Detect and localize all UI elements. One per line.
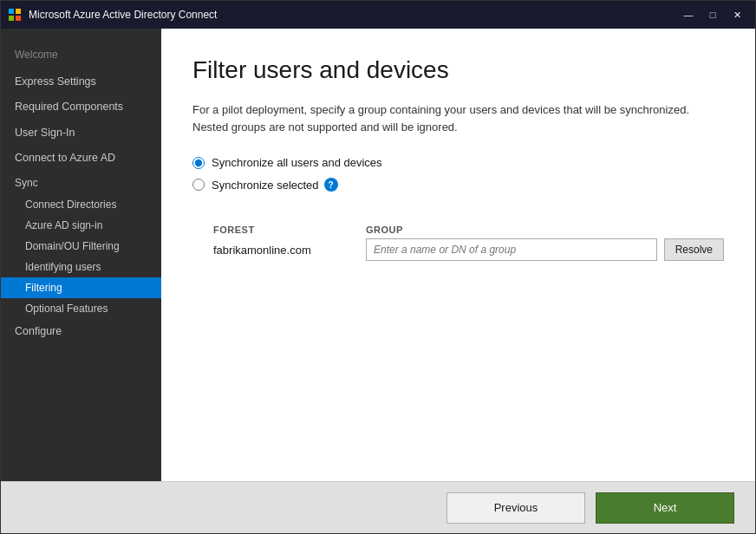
svg-rect-0 — [9, 9, 14, 14]
sidebar-item-configure[interactable]: Configure — [1, 319, 161, 345]
sidebar: Welcome Express Settings Required Compon… — [1, 29, 161, 481]
sync-options: Synchronize all users and devices Synchr… — [192, 156, 724, 200]
window-controls: — □ ✕ — [677, 6, 748, 23]
window-title: Microsoft Azure Active Directory Connect — [29, 9, 677, 21]
sidebar-item-identifying-users[interactable]: Identifying users — [1, 257, 161, 277]
filter-table: FOREST GROUP fabrikamonline.com Resolve — [213, 225, 724, 261]
app-window: Microsoft Azure Active Directory Connect… — [0, 0, 756, 534]
sidebar-item-welcome: Welcome — [1, 42, 161, 68]
sidebar-item-filtering[interactable]: Filtering — [1, 277, 161, 298]
forest-name: fabrikamonline.com — [213, 244, 352, 257]
filter-table-row: fabrikamonline.com Resolve — [213, 238, 724, 261]
sidebar-item-express-settings[interactable]: Express Settings — [1, 69, 161, 95]
titlebar: Microsoft Azure Active Directory Connect… — [1, 1, 755, 29]
previous-button[interactable]: Previous — [446, 492, 585, 524]
sidebar-item-optional-features[interactable]: Optional Features — [1, 298, 161, 319]
resolve-button[interactable]: Resolve — [664, 238, 724, 261]
sidebar-item-azure-ad-sign-in[interactable]: Azure AD sign-in — [1, 215, 161, 236]
filter-table-header: FOREST GROUP — [213, 225, 724, 235]
radio-selected-option[interactable]: Synchronize selected ? — [192, 178, 724, 192]
page-title: Filter users and devices — [192, 56, 724, 84]
radio-all-input[interactable] — [192, 157, 205, 169]
svg-rect-2 — [9, 16, 14, 21]
content-area: Filter users and devices For a pilot dep… — [161, 29, 755, 481]
radio-selected-input[interactable] — [192, 179, 205, 191]
sidebar-item-connect-azure-ad[interactable]: Connect to Azure AD — [1, 146, 161, 172]
sidebar-item-required-components[interactable]: Required Components — [1, 94, 161, 120]
radio-selected-label: Synchronize selected — [212, 179, 319, 192]
svg-rect-3 — [16, 16, 21, 21]
sidebar-item-domain-ou-filtering[interactable]: Domain/OU Filtering — [1, 236, 161, 257]
sidebar-group-sync: Sync — [1, 172, 161, 194]
main-content: Welcome Express Settings Required Compon… — [1, 29, 755, 481]
next-button[interactable]: Next — [596, 492, 734, 524]
radio-all-option[interactable]: Synchronize all users and devices — [192, 156, 724, 169]
maximize-button[interactable]: □ — [701, 6, 724, 23]
help-icon[interactable]: ? — [324, 178, 338, 192]
footer: Previous Next — [1, 481, 755, 533]
minimize-button[interactable]: — — [677, 6, 700, 23]
col-forest-header: FOREST — [213, 225, 352, 235]
col-group-header: GROUP — [366, 225, 724, 235]
radio-all-label: Synchronize all users and devices — [212, 156, 382, 169]
svg-rect-1 — [16, 9, 21, 14]
sidebar-item-connect-directories[interactable]: Connect Directories — [1, 194, 161, 215]
page-description: For a pilot deployment, specify a group … — [192, 101, 695, 135]
group-input-wrapper: Resolve — [366, 238, 724, 261]
group-input[interactable] — [366, 238, 657, 261]
close-button[interactable]: ✕ — [726, 6, 748, 23]
app-icon — [8, 8, 22, 22]
sidebar-item-user-sign-in[interactable]: User Sign-In — [1, 120, 161, 147]
